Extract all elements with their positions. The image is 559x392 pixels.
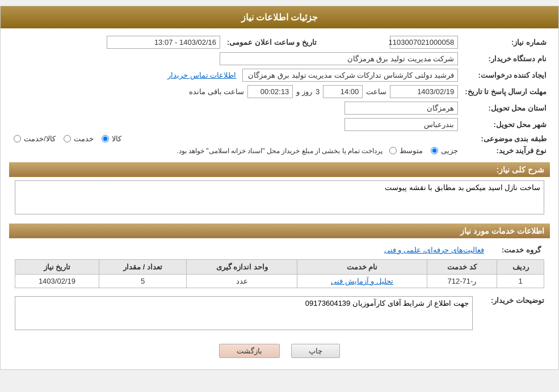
- service-group-link[interactable]: فعالیت‌های حرفه‌ای، علمی و فنی: [384, 246, 484, 254]
- category-radio-kala[interactable]: [102, 135, 109, 142]
- cell-qty: 5: [99, 275, 187, 288]
- info-table: شماره نیاز: 1103007021000058 تاریخ و ساع…: [9, 34, 550, 157]
- city-label: شهر محل تحویل:: [461, 116, 550, 133]
- service-group-value: فعالیت‌های حرفه‌ای، علمی و فنی: [15, 244, 487, 256]
- services-table-head: ردیف کد خدمت نام خدمت واحد اندازه گیری ت…: [15, 260, 544, 275]
- page-header: جزئیات اطلاعات نیاز: [1, 6, 558, 28]
- remaining-label: ساعت باقی مانده: [189, 87, 244, 96]
- buyer-name-value: شرکت مدیریت تولید برق هرمزگان: [9, 50, 461, 67]
- row-category: طبقه بندی موضوعی: کالا/خدمت خدمت کالا: [9, 133, 550, 145]
- row-creator: ایجاد کننده درخواست: فرشید دولتی کارشناس…: [9, 67, 550, 83]
- main-content: شماره نیاز: 1103007021000058 تاریخ و ساع…: [1, 28, 558, 369]
- back-button[interactable]: بازگشت: [219, 344, 280, 358]
- cell-code: ر-71-712: [427, 275, 497, 288]
- purchase-radio-jozee[interactable]: [431, 147, 438, 154]
- services-header-label: اطلاعات خدمات مورد نیاز: [460, 226, 544, 235]
- purchase-type-note: پرداخت تمام یا بخشی از مبلغ خریداز محل "…: [176, 147, 383, 155]
- category-value: کالا/خدمت خدمت کالا: [9, 133, 461, 145]
- category-option-kala-khadamat[interactable]: کالا/خدمت: [12, 134, 56, 143]
- col-unit: واحد اندازه گیری: [187, 260, 297, 275]
- deadline-date-input: 1403/02/19: [390, 85, 458, 98]
- category-option-khadamat[interactable]: خدمت: [62, 134, 94, 143]
- deadline-label: مهلت ارسال پاسخ تا تاریخ:: [461, 83, 550, 100]
- buyer-desc-section: توضیحات خریدار:: [9, 293, 550, 335]
- service-group-row: گروه خدمت: فعالیت‌های حرفه‌ای، علمی و فن…: [15, 244, 544, 256]
- announce-date-value: 1403/02/16 - 13:07: [9, 34, 224, 50]
- services-table-header-row: ردیف کد خدمت نام خدمت واحد اندازه گیری ت…: [15, 260, 544, 275]
- need-number-value: 1103007021000058: [328, 34, 461, 50]
- row-purchase-type: نوع فرآیند خرید: متوسط جزیی: [9, 145, 550, 157]
- cell-unit: عدد: [187, 275, 297, 288]
- creator-value: فرشید دولتی کارشناس تدارکات شرکت مدیریت …: [9, 67, 461, 83]
- row-province: استان محل تحویل: هرمزگان: [9, 100, 550, 116]
- services-section: گروه خدمت: فعالیت‌های حرفه‌ای، علمی و فن…: [9, 242, 550, 290]
- category-radio-kala-khadamat[interactable]: [14, 135, 21, 142]
- row-city: شهر محل تحویل: بندرعباس: [9, 116, 550, 133]
- page-title: جزئیات اطلاعات نیاز: [241, 12, 318, 22]
- service-group-label: گروه خدمت:: [487, 244, 544, 256]
- purchase-type-label: نوع فرآیند خرید:: [461, 145, 550, 157]
- city-value: بندرعباس: [9, 116, 461, 133]
- row-need-number: شماره نیاز: 1103007021000058 تاریخ و ساع…: [9, 34, 550, 50]
- cell-name[interactable]: تحلیل و آزمایش فنی: [297, 275, 427, 288]
- province-label: استان محل تحویل:: [461, 100, 550, 116]
- buyer-name-input: شرکت مدیریت تولید برق هرمزگان: [220, 52, 458, 65]
- description-textarea[interactable]: [15, 180, 544, 214]
- city-input: بندرعباس: [344, 118, 458, 131]
- row-buyer-name: نام دستگاه خریدار: شرکت مدیریت تولید برق…: [9, 50, 550, 67]
- col-date: تاریخ نیاز: [15, 260, 99, 275]
- service-group-table: گروه خدمت: فعالیت‌های حرفه‌ای، علمی و فن…: [15, 244, 544, 256]
- print-button[interactable]: چاپ: [291, 344, 340, 358]
- description-header: شرح کلی نیاز:: [9, 162, 550, 177]
- services-data-table: ردیف کد خدمت نام خدمت واحد اندازه گیری ت…: [15, 259, 544, 288]
- announce-date-label: تاریخ و ساعت اعلان عمومی:: [224, 34, 328, 50]
- description-row: [15, 180, 544, 214]
- table-row: 1 ر-71-712 تحلیل و آزمایش فنی عدد 5 1403…: [15, 275, 544, 288]
- col-row: ردیف: [497, 260, 544, 275]
- description-header-label: شرح کلی نیاز:: [497, 165, 544, 174]
- category-radio-group: کالا/خدمت خدمت کالا: [12, 134, 458, 143]
- purchase-type-jozee[interactable]: جزیی: [430, 146, 458, 155]
- buyer-name-label: نام دستگاه خریدار:: [461, 50, 550, 67]
- row-deadline: مهلت ارسال پاسخ تا تاریخ: 1403/02/19 ساع…: [9, 83, 550, 100]
- remaining-time-input: 00:02:13: [247, 85, 293, 98]
- page-wrapper: جزئیات اطلاعات نیاز شماره نیاز: 11030070…: [0, 6, 559, 370]
- cell-date: 1403/02/19: [15, 275, 99, 288]
- col-code: کد خدمت: [427, 260, 497, 275]
- purchase-motawaset-label: متوسط: [400, 146, 423, 155]
- cell-row: 1: [497, 275, 544, 288]
- col-qty: تعداد / مقدار: [99, 260, 187, 275]
- category-label: طبقه بندی موضوعی:: [461, 133, 550, 145]
- services-table-body: 1 ر-71-712 تحلیل و آزمایش فنی عدد 5 1403…: [15, 275, 544, 288]
- deadline-days-label: روز و: [296, 87, 312, 96]
- need-number-label: شماره نیاز:: [461, 34, 550, 50]
- creator-label: ایجاد کننده درخواست:: [461, 67, 550, 83]
- province-input: هرمزگان: [344, 102, 458, 115]
- purchase-type-value: متوسط جزیی پرداخت تمام یا بخشی از مبلغ خ…: [9, 145, 461, 157]
- creator-link[interactable]: اطلاعات تماس خریدار: [167, 71, 236, 79]
- buyer-desc-label: توضیحات خریدار:: [476, 296, 544, 305]
- buyer-desc-textarea[interactable]: [15, 296, 473, 330]
- need-number-input: 1103007021000058: [390, 36, 458, 49]
- description-section: [9, 180, 550, 218]
- deadline-days-val: 3: [316, 87, 320, 96]
- category-radio-khadamat[interactable]: [64, 135, 71, 142]
- button-row: چاپ بازگشت: [9, 335, 550, 364]
- purchase-radio-motawaset[interactable]: [389, 147, 397, 154]
- col-name: نام خدمت: [297, 260, 427, 275]
- province-value: هرمزگان: [9, 100, 461, 116]
- deadline-time-input: 14:00: [323, 85, 363, 98]
- category-option-kala[interactable]: کالا: [100, 134, 121, 143]
- category-khadamat-label: خدمت: [74, 134, 94, 143]
- buyer-desc-wrapper: [15, 296, 473, 332]
- category-kala-khadamat-label: کالا/خدمت: [24, 134, 56, 143]
- creator-input: فرشید دولتی کارشناس تدارکات شرکت مدیریت …: [242, 69, 458, 82]
- purchase-type-motawaset[interactable]: متوسط: [388, 146, 423, 155]
- deadline-value: 1403/02/19 ساعت 14:00 3 روز و 00:02:13 س…: [9, 83, 461, 100]
- purchase-jozee-label: جزیی: [441, 146, 458, 155]
- purchase-type-radio-group: متوسط جزیی: [388, 146, 458, 155]
- category-kala-label: کالا: [112, 134, 121, 143]
- announce-date-input: 1403/02/16 - 13:07: [107, 36, 220, 49]
- services-header: اطلاعات خدمات مورد نیاز: [9, 224, 550, 238]
- deadline-time-label: ساعت: [366, 87, 386, 96]
